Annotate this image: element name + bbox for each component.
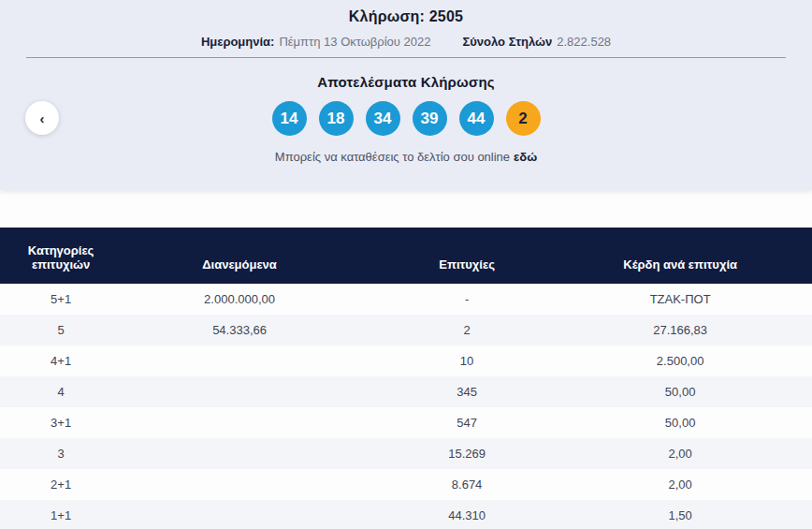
prize-tier-row: 1+144.3101,50 [0, 500, 812, 529]
cell-winners: 2 [357, 315, 576, 345]
winning-number-ball: 34 [366, 101, 400, 136]
online-ticket-footnote: Μπορείς να καταθέσεις το δελτίο σου onli… [0, 150, 812, 164]
header-divider [26, 57, 786, 58]
draw-summary-panel: Κλήρωση: 2505 Ημερομηνία:Πέμπτη 13 Οκτωβ… [0, 0, 812, 190]
cell-distributed [122, 407, 357, 438]
cell-winners: - [357, 284, 576, 315]
chevron-left-icon: ‹ [40, 111, 45, 125]
online-ticket-link[interactable]: εδώ [514, 150, 537, 164]
cell-distributed: 2.000.000,00 [122, 284, 357, 315]
winning-number-ball: 39 [413, 101, 447, 136]
cell-prize: 2.500,00 [576, 345, 812, 376]
cell-winners: 44.310 [357, 500, 576, 529]
cell-winners: 547 [357, 407, 576, 438]
cell-category: 3 [0, 438, 122, 469]
previous-draw-button[interactable]: ‹ [25, 101, 59, 135]
cell-distributed [122, 345, 357, 376]
cell-prize: 50,00 [576, 407, 812, 438]
cell-prize: 50,00 [576, 376, 812, 407]
draw-info-bar: Ημερομηνία:Πέμπτη 13 Οκτωβρίου 2022 Σύνο… [0, 35, 812, 49]
cell-distributed [122, 500, 357, 529]
cell-category: 5+1 [0, 284, 122, 315]
cell-category: 1+1 [0, 500, 122, 529]
prize-tier-row: 2+18.6742,00 [0, 469, 812, 500]
cell-winners: 10 [357, 345, 576, 376]
cell-distributed: 54.333,66 [122, 315, 357, 345]
column-header: Επιτυχίες [357, 228, 576, 284]
draw-date-label: Ημερομηνία: [201, 35, 275, 49]
cell-distributed [122, 469, 357, 500]
total-columns: Σύνολο Στηλών2.822.528 [462, 35, 611, 49]
results-heading: Αποτελέσματα Κλήρωσης [0, 74, 812, 90]
prize-tier-row: 3+154750,00 [0, 407, 812, 438]
cell-winners: 345 [357, 376, 576, 407]
total-columns-value: 2.822.528 [557, 35, 611, 49]
footnote-text: Μπορείς να καταθέσεις το δελτίο σου onli… [275, 150, 510, 164]
cell-winners: 8.674 [357, 469, 576, 500]
results-carousel: ‹ 14183439442 [0, 101, 812, 136]
cell-prize: 2,00 [576, 438, 812, 469]
header-row: Κατηγορίες επιτυχιώνΔιανεμόμεναΕπιτυχίες… [0, 228, 812, 284]
cell-category: 4+1 [0, 345, 122, 376]
cell-winners: 15.269 [357, 438, 576, 469]
cell-distributed [122, 376, 357, 407]
bonus-number-ball: 2 [506, 101, 541, 136]
cell-prize: 2,00 [576, 469, 812, 500]
draw-title: Κλήρωση: 2505 [0, 0, 812, 25]
column-header: Κέρδη ανά επιτυχία [576, 228, 812, 284]
cell-distributed [122, 438, 357, 469]
cell-prize: 1,50 [576, 500, 812, 529]
cell-prize: ΤΖΑΚ-ΠΟΤ [576, 284, 812, 315]
prize-tier-row: 315.2692,00 [0, 438, 812, 469]
winning-number-ball: 44 [459, 101, 494, 136]
cell-prize: 27.166,83 [576, 315, 812, 345]
cell-category: 2+1 [0, 469, 122, 500]
winning-number-ball: 18 [319, 101, 354, 136]
prize-tier-row: 434550,00 [0, 376, 812, 407]
column-header: Κατηγορίες επιτυχιών [0, 228, 122, 284]
cell-category: 3+1 [0, 407, 122, 438]
prize-tier-table-header: Κατηγορίες επιτυχιώνΔιανεμόμεναΕπιτυχίες… [0, 228, 812, 284]
drawn-numbers: 14183439442 [0, 101, 812, 136]
draw-date: Ημερομηνία:Πέμπτη 13 Οκτωβρίου 2022 [201, 35, 431, 49]
cell-category: 5 [0, 315, 122, 345]
cell-category: 4 [0, 376, 122, 407]
prize-tier-table-body: 5+12.000.000,00-ΤΖΑΚ-ΠΟΤ554.333,66227.16… [0, 284, 812, 529]
total-columns-label: Σύνολο Στηλών [462, 35, 552, 49]
prize-tier-row: 554.333,66227.166,83 [0, 315, 812, 345]
prize-tier-table: Κατηγορίες επιτυχιώνΔιανεμόμεναΕπιτυχίες… [0, 228, 812, 529]
prize-tier-row: 4+1102.500,00 [0, 345, 812, 376]
column-header: Διανεμόμενα [122, 228, 357, 284]
draw-date-value: Πέμπτη 13 Οκτωβρίου 2022 [279, 35, 430, 49]
winning-number-ball: 14 [272, 101, 307, 136]
prize-tier-row: 5+12.000.000,00-ΤΖΑΚ-ΠΟΤ [0, 284, 812, 315]
